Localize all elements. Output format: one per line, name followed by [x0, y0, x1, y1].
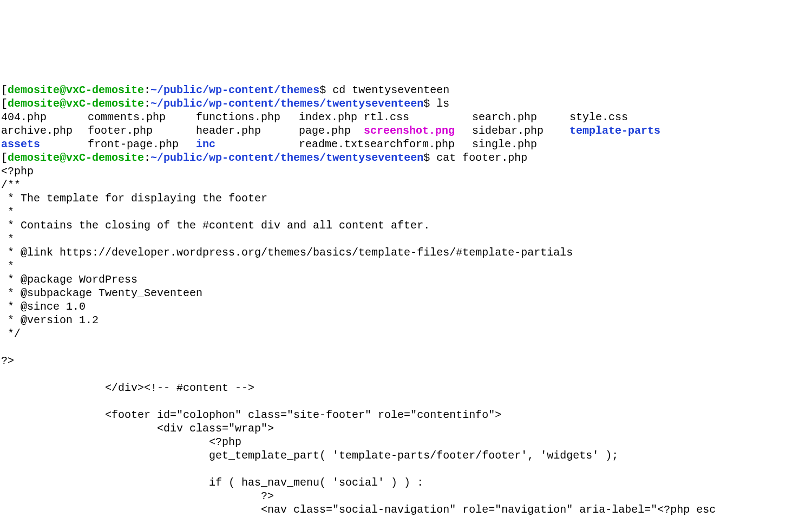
dir-entry: inc: [196, 138, 299, 151]
prompt-bracket: [: [1, 84, 8, 96]
file-entry-image: screenshot.png: [364, 124, 472, 138]
prompt-path: ~/public/wp-content/themes/twentysevente…: [150, 152, 423, 164]
file-line: * The template for displaying the footer: [1, 192, 267, 205]
file-line: <?php: [1, 436, 241, 448]
prompt-dollar: $: [423, 97, 436, 110]
file-entry: style.css: [569, 110, 667, 124]
file-line: if ( has_nav_menu( 'social' ) ) :: [1, 476, 423, 489]
prompt-bracket: [: [1, 152, 8, 164]
file-line: *: [1, 206, 14, 218]
file-entry: page.php: [299, 124, 364, 138]
command-cat: cat footer.php: [436, 152, 527, 164]
file-line: * Contains the closing of the #content d…: [1, 219, 430, 232]
file-entry: 404.php: [1, 110, 88, 124]
file-line: </div><!-- #content -->: [1, 382, 254, 394]
file-line: */: [1, 328, 21, 340]
file-line: *: [1, 233, 14, 245]
dir-entry: template-parts: [569, 124, 667, 138]
file-line: *: [1, 260, 14, 272]
file-line: ?>: [1, 490, 274, 502]
prompt-colon: :: [144, 152, 150, 164]
file-line: * @since 1.0: [1, 300, 86, 313]
file-line: /**: [1, 179, 21, 191]
file-line: * @link https://developer.wordpress.org/…: [1, 246, 573, 259]
file-line: get_template_part( 'template-parts/foote…: [1, 449, 618, 462]
file-entry: search.php: [472, 110, 569, 124]
dir-entry: assets: [1, 138, 88, 151]
file-line: <nav class="social-navigation" role="nav…: [1, 503, 716, 516]
file-entry: rtl.css: [364, 110, 472, 124]
prompt-user-host: demosite@vxC-demosite: [8, 97, 144, 110]
terminal-window[interactable]: [demosite@vxC-demosite:~/public/wp-conte…: [0, 68, 812, 517]
file-line: * @subpackage Twenty_Seventeen: [1, 287, 202, 299]
file-entry: front-page.php: [88, 138, 196, 151]
prompt-dollar: $: [423, 152, 436, 164]
prompt-colon: :: [144, 84, 150, 96]
file-entry: sidebar.php: [472, 124, 569, 138]
prompt-dollar: $: [319, 84, 332, 96]
file-entry: single.php: [472, 138, 569, 151]
command-ls: ls: [436, 97, 449, 110]
file-entry: searchform.php: [364, 138, 472, 151]
file-line: ?>: [1, 355, 14, 367]
prompt-bracket: [: [1, 97, 8, 110]
file-line: * @version 1.2: [1, 314, 99, 326]
command-cd: cd twentyseventeen: [332, 84, 449, 96]
file-entry: footer.php: [88, 124, 196, 138]
file-line: <?php: [1, 165, 34, 178]
prompt-path: ~/public/wp-content/themes/twentysevente…: [150, 97, 423, 110]
ls-output: 404.phpcomments.phpfunctions.phpindex.ph…: [1, 110, 812, 151]
file-entry: readme.txt: [299, 138, 364, 151]
prompt-path: ~/public/wp-content/themes: [150, 84, 319, 96]
prompt-user-host: demosite@vxC-demosite: [8, 152, 144, 164]
file-line: <div class="wrap">: [1, 422, 274, 435]
file-line: * @package WordPress: [1, 273, 137, 286]
prompt-user-host: demosite@vxC-demosite: [8, 84, 144, 96]
file-entry: index.php: [299, 110, 364, 124]
file-entry: archive.php: [1, 124, 88, 138]
file-entry: header.php: [196, 124, 299, 138]
file-entry: comments.php: [88, 110, 196, 124]
prompt-colon: :: [144, 97, 150, 110]
file-line: <footer id="colophon" class="site-footer…: [1, 409, 501, 421]
file-entry: functions.php: [196, 110, 299, 124]
